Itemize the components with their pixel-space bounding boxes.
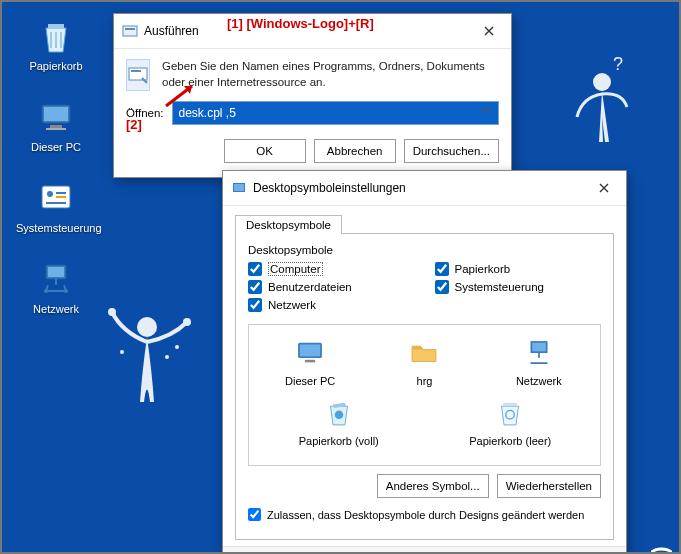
run-input[interactable] xyxy=(172,101,499,125)
svg-rect-16 xyxy=(129,68,147,80)
svg-point-34 xyxy=(593,73,611,91)
svg-rect-17 xyxy=(131,70,141,72)
svg-rect-0 xyxy=(48,24,64,28)
run-cancel-button[interactable]: Abbrechen xyxy=(314,139,396,163)
svg-rect-22 xyxy=(305,360,315,363)
desktop-icon-label: Systemsteuerung xyxy=(16,222,96,234)
watermark-figure-right: ? xyxy=(557,52,647,182)
folder-icon xyxy=(406,335,442,371)
group-label: Desktopsymbole xyxy=(248,244,601,256)
network-icon xyxy=(36,259,76,299)
restore-defaults-button[interactable]: Wiederherstellen xyxy=(497,474,601,498)
run-app-icon xyxy=(122,23,138,39)
svg-point-28 xyxy=(137,317,157,337)
svg-rect-3 xyxy=(50,125,62,128)
icon-cell-network[interactable]: Netzwerk xyxy=(484,335,594,387)
recycle-bin-icon xyxy=(36,16,76,56)
desktop-icon-this-pc[interactable]: Dieser PC xyxy=(16,97,96,153)
check-user-files[interactable]: Benutzerdateien xyxy=(248,280,415,294)
close-button[interactable] xyxy=(475,20,503,42)
svg-rect-21 xyxy=(300,345,320,357)
svg-rect-24 xyxy=(532,343,546,352)
icon-cell-recycle-empty[interactable]: Papierkorb (leer) xyxy=(455,395,565,447)
svg-rect-8 xyxy=(56,196,66,198)
check-control-panel[interactable]: Systemsteuerung xyxy=(435,280,602,294)
svg-rect-11 xyxy=(48,267,64,277)
run-prompt-text: Geben Sie den Namen eines Programms, Ord… xyxy=(162,59,499,91)
desktop-icon-label: Papierkorb xyxy=(16,60,96,72)
svg-point-12 xyxy=(44,289,48,293)
check-recycle-bin[interactable]: Papierkorb xyxy=(435,262,602,276)
run-browse-button[interactable]: Durchsuchen... xyxy=(404,139,499,163)
recycle-bin-full-icon xyxy=(321,395,357,431)
tab-desktop-icons[interactable]: Desktopsymbole xyxy=(235,215,342,234)
icon-cell-this-pc[interactable]: Dieser PC xyxy=(255,335,365,387)
run-prompt-icon xyxy=(126,59,150,91)
settings-title: Desktopsymboleinstellungen xyxy=(253,181,590,195)
svg-rect-7 xyxy=(56,192,66,194)
network-icon xyxy=(521,335,557,371)
run-ok-button[interactable]: OK xyxy=(224,139,306,163)
watermark-url: www.SoftwareOK.de :-) xyxy=(647,546,673,554)
svg-rect-19 xyxy=(234,184,244,191)
annotation-field-marker: [2] xyxy=(126,117,142,132)
svg-text:?: ? xyxy=(613,54,623,74)
svg-rect-4 xyxy=(46,128,66,130)
svg-point-6 xyxy=(47,191,53,197)
watermark-figure-left xyxy=(92,302,212,452)
svg-point-31 xyxy=(120,350,124,354)
svg-point-29 xyxy=(108,308,116,316)
svg-rect-15 xyxy=(125,28,135,30)
desktop-icon-network[interactable]: Netzwerk xyxy=(16,259,96,315)
svg-point-33 xyxy=(175,345,179,349)
svg-rect-26 xyxy=(503,403,517,406)
svg-point-30 xyxy=(183,318,191,326)
desktop-icon-recycle-bin[interactable]: Papierkorb xyxy=(16,16,96,72)
annotation-shortcut: [1] [Windows-Logo]+[R] xyxy=(227,16,374,31)
desktop-icon-control-panel[interactable]: Systemsteuerung xyxy=(16,178,96,234)
desktop-icon-label: Netzwerk xyxy=(16,303,96,315)
this-pc-icon xyxy=(292,335,328,371)
svg-rect-9 xyxy=(46,202,66,204)
allow-themes-checkbox[interactable]: Zulassen, dass Desktopsymbole durch Desi… xyxy=(248,508,601,521)
this-pc-icon xyxy=(36,97,76,137)
icon-cell-recycle-full[interactable]: Papierkorb (voll) xyxy=(284,395,394,447)
svg-point-32 xyxy=(165,355,169,359)
run-dialog: Ausführen Geben Sie den Namen eines Prog… xyxy=(113,13,512,178)
check-network[interactable]: Netzwerk xyxy=(248,298,415,312)
settings-app-icon xyxy=(231,180,247,196)
svg-point-25 xyxy=(335,410,344,419)
svg-point-13 xyxy=(64,289,68,293)
check-computer[interactable]: Computer xyxy=(248,262,415,276)
desktop-icon-label: Dieser PC xyxy=(16,141,96,153)
change-icon-button[interactable]: Anderes Symbol... xyxy=(377,474,489,498)
recycle-bin-empty-icon xyxy=(492,395,528,431)
desktop-icon-settings-dialog: Desktopsymboleinstellungen Desktopsymbol… xyxy=(222,170,627,554)
icon-cell-user-folder[interactable]: hrg xyxy=(369,335,479,387)
control-panel-icon xyxy=(36,178,76,218)
svg-rect-14 xyxy=(123,26,137,36)
icon-preview-grid: Dieser PC hrg Netzwerk Papierkorb (voll)… xyxy=(248,324,601,466)
svg-rect-2 xyxy=(44,107,68,121)
run-dropdown-button[interactable] xyxy=(480,105,496,121)
